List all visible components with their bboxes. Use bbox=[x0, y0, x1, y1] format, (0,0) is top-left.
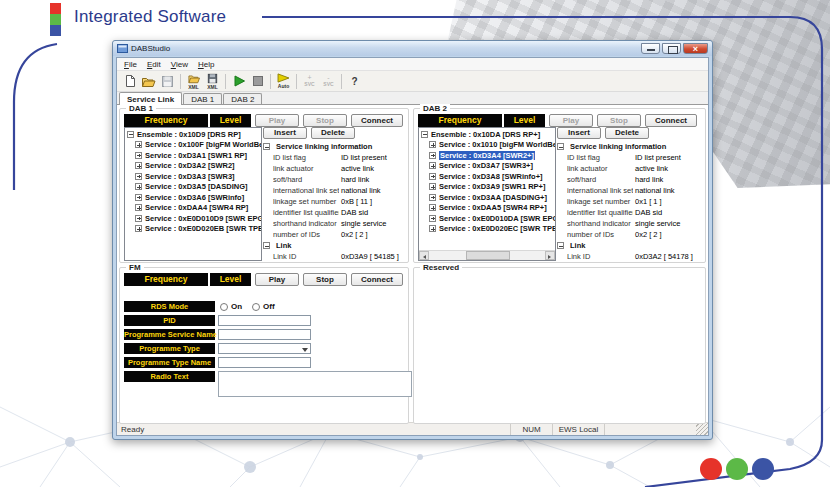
pid-input[interactable] bbox=[218, 315, 311, 326]
expand-icon[interactable] bbox=[429, 183, 436, 190]
property-row[interactable]: link actuatoractive link bbox=[557, 163, 702, 174]
dab1-delete-button[interactable]: Delete bbox=[311, 127, 355, 139]
dab2-connect-button[interactable]: Connect bbox=[645, 114, 697, 127]
dab1-stop-button[interactable]: Stop bbox=[303, 114, 347, 127]
minimize-button[interactable] bbox=[641, 43, 660, 54]
expand-icon[interactable] bbox=[429, 162, 436, 169]
tree-item-service[interactable]: Service : 0xD3AA [DASDING+] bbox=[419, 192, 555, 203]
fm-level-button[interactable]: Level bbox=[210, 273, 251, 286]
property-row[interactable]: shorthand indicatorsingle service bbox=[557, 218, 702, 229]
tab-dab1[interactable]: DAB 1 bbox=[183, 93, 222, 104]
collapse-icon[interactable] bbox=[557, 242, 564, 249]
collapse-icon[interactable] bbox=[421, 131, 428, 138]
radio-text-textarea[interactable] bbox=[218, 371, 412, 397]
tree-item-service[interactable]: Service : 0xD3A7 [SWR3+] bbox=[419, 161, 555, 172]
expand-icon[interactable] bbox=[135, 194, 142, 201]
rds-on-radio[interactable] bbox=[220, 303, 228, 311]
resize-grip[interactable] bbox=[696, 423, 708, 435]
tree-item-service[interactable]: Service : 0x1010 [bigFM WorldBeat+] bbox=[419, 140, 555, 151]
property-row[interactable]: identifier list qualifierDAB sid bbox=[557, 207, 702, 218]
property-row[interactable]: soft/hardhard link bbox=[263, 174, 408, 185]
fm-stop-button[interactable]: Stop bbox=[303, 273, 347, 286]
collapse-icon[interactable] bbox=[127, 131, 134, 138]
stop-button[interactable] bbox=[248, 72, 267, 91]
rds-off-radio[interactable] bbox=[252, 303, 260, 311]
expand-icon[interactable] bbox=[135, 183, 142, 190]
tab-dab2[interactable]: DAB 2 bbox=[223, 93, 262, 104]
expand-icon[interactable] bbox=[429, 215, 436, 222]
maximize-button[interactable] bbox=[662, 43, 681, 54]
collapse-icon[interactable] bbox=[263, 143, 270, 150]
dab2-play-button[interactable]: Play bbox=[549, 114, 593, 127]
dab1-connect-button[interactable]: Connect bbox=[351, 114, 403, 127]
property-row[interactable]: number of IDs0x2 [ 2 ] bbox=[263, 229, 408, 240]
horizontal-scrollbar[interactable] bbox=[419, 250, 555, 260]
save-button[interactable] bbox=[158, 72, 177, 91]
property-row[interactable]: linkage set number0xB [ 11 ] bbox=[263, 196, 408, 207]
save-xml-button[interactable]: XML bbox=[203, 72, 222, 91]
dab2-insert-button[interactable]: Insert bbox=[557, 127, 601, 139]
tree-item-service[interactable]: Service : 0xE0D020EC [SWR TPEG+] bbox=[419, 224, 555, 235]
collapse-icon[interactable] bbox=[557, 143, 564, 150]
dab2-frequency-button[interactable]: Frequency bbox=[418, 114, 502, 127]
property-row[interactable]: linkage set number0x1 [ 1 ] bbox=[557, 196, 702, 207]
expand-icon[interactable] bbox=[135, 141, 142, 148]
tree-item-service[interactable]: Service : 0xE0D010DA [SWR EPG+] bbox=[419, 213, 555, 224]
auto-button[interactable]: Auto bbox=[274, 72, 293, 91]
menu-view[interactable]: View bbox=[166, 60, 193, 69]
play-button[interactable] bbox=[229, 72, 248, 91]
property-row[interactable]: shorthand indicatorsingle service bbox=[263, 218, 408, 229]
scrollbar-track[interactable] bbox=[429, 251, 545, 260]
expand-icon[interactable] bbox=[429, 141, 436, 148]
tree-item-service[interactable]: Service : 0xD3A3 [SWR3] bbox=[125, 171, 261, 182]
dab2-level-button[interactable]: Level bbox=[504, 114, 545, 127]
menu-help[interactable]: Help bbox=[193, 60, 219, 69]
expand-icon[interactable] bbox=[135, 173, 142, 180]
tab-service-link[interactable]: Service Link bbox=[119, 92, 182, 105]
programme-type-name-input[interactable] bbox=[218, 357, 311, 368]
tree-item-service[interactable]: Service : 0xDAA4 [SWR4 RP] bbox=[125, 203, 261, 214]
dab1-level-button[interactable]: Level bbox=[210, 114, 251, 127]
expand-icon[interactable] bbox=[135, 162, 142, 169]
dab1-play-button[interactable]: Play bbox=[255, 114, 299, 127]
property-section[interactable]: Link bbox=[263, 240, 408, 251]
add-service-button[interactable]: + SVC bbox=[300, 72, 319, 91]
programme-type-select[interactable] bbox=[218, 343, 311, 354]
expand-icon[interactable] bbox=[135, 152, 142, 159]
property-row[interactable]: number of IDs0x2 [ 2 ] bbox=[557, 229, 702, 240]
fm-connect-button[interactable]: Connect bbox=[351, 273, 403, 286]
tree-item-service[interactable]: Service : 0xE0D020EB [SWR TPEG] bbox=[125, 224, 261, 235]
tree-item-service-selected[interactable]: Service : 0xD3A4 [SWR2+] bbox=[419, 150, 555, 161]
expand-icon[interactable] bbox=[429, 225, 436, 232]
help-button[interactable]: ? bbox=[345, 72, 364, 91]
new-button[interactable] bbox=[120, 72, 139, 91]
expand-icon[interactable] bbox=[429, 173, 436, 180]
property-row[interactable]: Link ID0xD3A2 [ 54178 ] bbox=[557, 251, 702, 262]
tree-item-service[interactable]: Service : 0xD3A1 [SWR1 RP] bbox=[125, 150, 261, 161]
property-row[interactable]: ID list flagID list present bbox=[263, 152, 408, 163]
fm-frequency-button[interactable]: Frequency bbox=[124, 273, 208, 286]
tree-item-service[interactable]: Service : 0x100F [bigFM WorldBeats] bbox=[125, 140, 261, 151]
remove-service-button[interactable]: - SVC bbox=[319, 72, 338, 91]
expand-icon[interactable] bbox=[429, 152, 436, 159]
programme-service-name-input[interactable] bbox=[218, 329, 311, 340]
expand-icon[interactable] bbox=[429, 194, 436, 201]
fm-play-button[interactable]: Play bbox=[255, 273, 299, 286]
expand-icon[interactable] bbox=[429, 204, 436, 211]
property-row[interactable]: ID list flagID list present bbox=[557, 152, 702, 163]
property-row[interactable]: soft/hardhard link bbox=[557, 174, 702, 185]
tree-item-service[interactable]: Service : 0xD3A9 [SWR1 RP+] bbox=[419, 182, 555, 193]
tree-item-service[interactable]: Service : 0xD3A5 [DASDING] bbox=[125, 182, 261, 193]
property-section[interactable]: Service linking information bbox=[557, 141, 702, 152]
scrollbar-thumb[interactable] bbox=[466, 251, 510, 260]
tree-item-service[interactable]: Service : 0xD3A6 [SWRinfo] bbox=[125, 192, 261, 203]
property-row[interactable]: international link set ...national link bbox=[557, 185, 702, 196]
tree-item-service[interactable]: Service : 0xE0D010D9 [SWR EPG] bbox=[125, 213, 261, 224]
tree-item-service[interactable]: Service : 0xD3A2 [SWR2] bbox=[125, 161, 261, 172]
scroll-left-icon[interactable] bbox=[419, 251, 429, 260]
expand-icon[interactable] bbox=[135, 215, 142, 222]
property-row[interactable]: link actuatoractive link bbox=[263, 163, 408, 174]
dab1-insert-button[interactable]: Insert bbox=[263, 127, 307, 139]
scroll-right-icon[interactable] bbox=[545, 251, 555, 260]
property-section[interactable]: Link bbox=[557, 240, 702, 251]
